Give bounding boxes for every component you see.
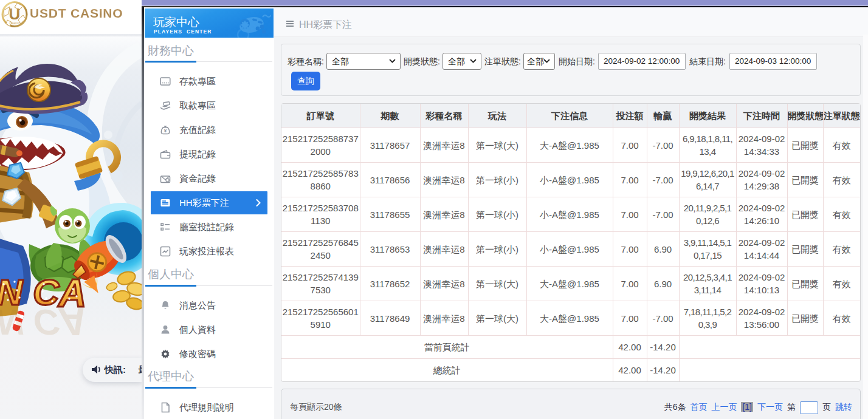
svg-text:¥: ¥ [164, 128, 167, 134]
svg-text:U: U [9, 5, 21, 23]
svg-text:Casino: Casino [9, 21, 19, 25]
